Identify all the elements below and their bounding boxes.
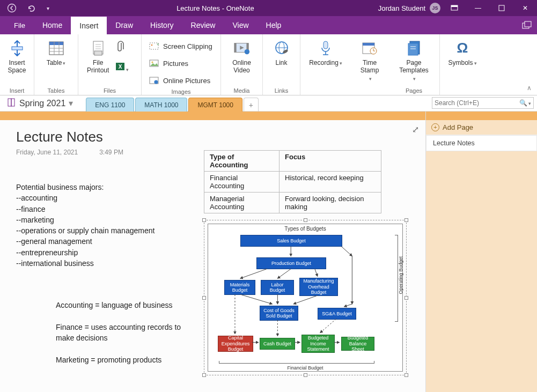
switch-windows-icon[interactable] [521,19,533,31]
svg-rect-36 [323,41,328,49]
menu-bar: File Home Insert Draw History Review Vie… [0,16,537,34]
resize-handle[interactable] [202,218,206,222]
resize-handle[interactable] [202,373,206,377]
resize-handle[interactable] [202,296,206,300]
page-canvas[interactable]: ⤢ Lecture Notes Friday, June 11, 2021 3:… [0,120,425,392]
resize-handle[interactable] [404,373,408,377]
table-button[interactable]: Table [40,38,72,69]
menu-review[interactable]: Review [182,16,224,34]
search-box[interactable]: 🔍 [432,97,534,109]
close-button[interactable]: ✕ [513,0,537,16]
paperclip-icon [115,41,124,53]
section-tab-mgmt[interactable]: MGMT 1000 [188,98,242,112]
page-templates-button[interactable]: Page Templates [394,38,434,84]
menu-file[interactable]: File [5,16,34,34]
undo-button[interactable] [24,1,39,16]
recording-label: Recording [309,59,342,66]
box-balance: Budgeted Balance Sheet [341,337,374,351]
menu-draw[interactable]: Draw [107,16,142,34]
file-attachment-button[interactable] [115,41,129,54]
screen-clipping-icon: + [149,41,159,51]
table-header: Type of Accounting [204,151,279,172]
resize-handle[interactable] [404,218,408,222]
recording-button[interactable]: Recording [306,38,345,69]
svg-line-65 [320,319,336,333]
minimize-button[interactable]: — [466,0,490,16]
group-files-label: Files [84,86,136,94]
group-links-label: Links [268,86,295,94]
qat-customize-icon[interactable]: ▾ [43,1,53,16]
section-tab-math[interactable]: MATH 1000 [135,98,187,112]
online-pictures-button[interactable]: Online Pictures [147,74,215,87]
svg-rect-17 [94,51,102,55]
budgets-diagram: Types of Budgets Sales Budget Production… [208,224,403,372]
menu-help[interactable]: Help [258,16,290,34]
user-avatar[interactable]: JS [430,3,440,13]
svg-line-51 [240,269,267,278]
notebook-name: Spring 2021 [19,99,65,108]
pictures-icon [149,58,159,68]
svg-text:X: X [119,64,122,70]
page-title[interactable]: Lecture Notes [16,129,409,145]
symbols-label: Symbols [448,59,477,66]
search-input[interactable] [435,99,519,107]
svg-point-24 [151,61,153,63]
file-printout-icon [90,40,107,57]
full-page-view-button[interactable]: ⤢ [412,124,419,135]
svg-rect-5 [525,21,531,27]
definitions-block[interactable]: Accounting = language of business Financ… [56,300,195,365]
back-button[interactable] [4,1,19,16]
menu-insert[interactable]: Insert [71,16,107,34]
group-pages-label: Pages [394,86,434,94]
excel-icon: X [115,62,125,71]
resize-handle[interactable] [404,296,408,300]
svg-line-52 [277,269,291,278]
link-button[interactable]: Link [268,38,295,69]
spreadsheet-button[interactable]: X [115,62,129,73]
add-page-button[interactable]: + Add Page [426,120,537,135]
add-page-label: Add Page [443,123,473,131]
page-list-pane: + Add Page Lecture Notes [425,112,537,392]
page-list-item[interactable]: Lecture Notes [426,135,537,151]
file-printout-button[interactable]: File Printout [84,38,112,77]
screen-clipping-button[interactable]: + Screen Clipping [147,40,215,53]
link-label: Link [275,59,287,66]
menu-home[interactable]: Home [34,16,71,34]
svg-line-54 [240,294,273,304]
resize-handle[interactable] [304,218,307,222]
screen-clipping-label: Screen Clipping [163,42,212,50]
diagram-container[interactable]: Types of Budgets Sales Budget Production… [204,220,407,375]
box-sga: SG&A Budget [318,308,356,320]
box-income: Budgeted Income Statement [301,335,335,353]
notebook-caret-icon: ▾ [69,98,73,108]
time-stamp-button[interactable]: Time Stamp [356,38,383,84]
resize-handle[interactable] [304,373,307,377]
notebook-picker[interactable]: Spring 2021 ▾ [0,95,79,111]
symbols-button[interactable]: Ω Symbols [445,38,480,69]
svg-point-26 [154,80,158,84]
note-line: Marketing = promoting products [56,354,195,365]
ribbon: Insert Space Insert Table Tables File Pr… [0,34,537,95]
collapse-ribbon-button[interactable]: ∧ [527,84,532,92]
insert-space-label: Insert Space [8,59,26,75]
section-tab-eng[interactable]: ENG 1100 [86,98,134,112]
ribbon-display-button[interactable] [443,0,466,16]
page-templates-icon [406,40,423,57]
svg-rect-2 [451,5,458,7]
menu-view[interactable]: View [224,16,257,34]
svg-line-57 [342,247,352,256]
online-video-button[interactable]: Online Video [226,38,257,77]
box-cash: Cash Budget [260,338,295,350]
insert-space-button[interactable]: Insert Space [5,38,28,77]
add-section-button[interactable]: + [244,98,259,112]
insert-space-icon [9,40,26,57]
maximize-button[interactable] [490,0,513,16]
operating-label: Operating Budget [398,256,403,294]
accounting-table[interactable]: Type of Accounting Focus Financial Accou… [204,150,381,213]
pictures-button[interactable]: Pictures [147,57,215,70]
main-area: ⤢ Lecture Notes Friday, June 11, 2021 3:… [0,112,537,392]
svg-line-53 [315,269,318,276]
menu-history[interactable]: History [142,16,182,34]
user-name[interactable]: Jordan Student [378,4,425,12]
link-icon [273,40,290,57]
